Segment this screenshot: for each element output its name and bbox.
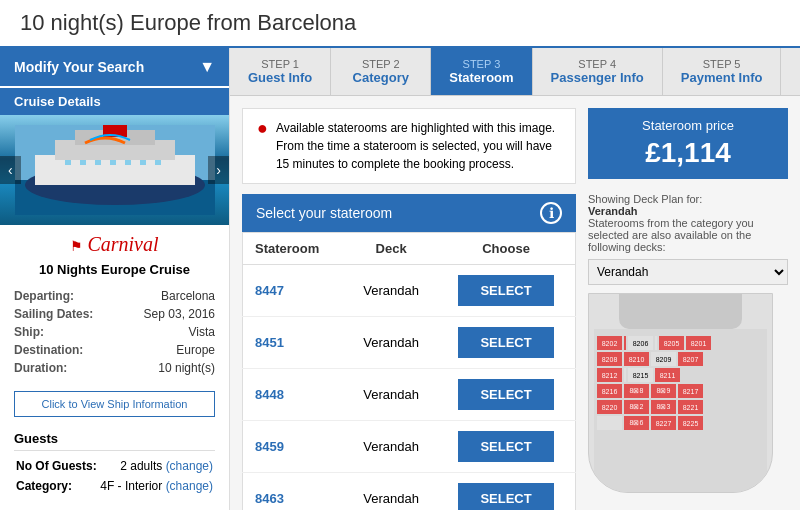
info-text: Available staterooms are highlighted wit…: [276, 119, 561, 173]
guests-title: Guests: [14, 431, 215, 451]
select-cell: SELECT: [437, 317, 575, 369]
select-stateroom-button[interactable]: SELECT: [458, 275, 553, 306]
select-stateroom-button[interactable]: SELECT: [458, 379, 553, 410]
svg-rect-10: [80, 160, 86, 165]
deck-name: Verandah: [345, 317, 437, 369]
info-box: ● Available staterooms are highlighted w…: [242, 108, 576, 184]
step-5[interactable]: STEP 5 Payment Info: [663, 48, 782, 95]
stateroom-number: 8451: [243, 317, 346, 369]
stateroom-number: 8447: [243, 265, 346, 317]
select-cell: SELECT: [437, 265, 575, 317]
next-image-button[interactable]: ›: [208, 156, 229, 184]
category-value: 4F - Interior (change): [99, 477, 213, 495]
svg-rect-12: [110, 160, 116, 165]
cruise-details-table: Departing: Barcelona Sailing Dates: Sep …: [0, 281, 229, 383]
info-circle-icon: ℹ: [540, 202, 562, 224]
deck-name: Verandah: [345, 369, 437, 421]
select-cell: SELECT: [437, 421, 575, 473]
svg-rect-15: [155, 160, 161, 165]
deck-plan-visual: BRIDGE 8202 8206 8205: [588, 293, 773, 493]
step-2[interactable]: STEP 2 Category: [331, 48, 431, 95]
steps-navigation: STEP 1 Guest Info STEP 2 Category STEP 3…: [230, 48, 800, 96]
step-1[interactable]: STEP 1 Guest Info: [230, 48, 331, 95]
guests-table: No Of Guests: 2 adults (change) Category…: [14, 455, 215, 497]
duration-label: Duration:: [14, 359, 125, 377]
select-stateroom-button[interactable]: SELECT: [458, 483, 553, 510]
carnival-logo: ⚑ Carnival: [0, 225, 229, 258]
num-guests-label: No Of Guests:: [16, 457, 97, 475]
category-label: Category:: [16, 477, 97, 495]
duration-value: 10 night(s): [125, 359, 215, 377]
ship-visual: [15, 125, 215, 215]
step-4[interactable]: STEP 4 Passenger Info: [533, 48, 663, 95]
col-deck: Deck: [345, 233, 437, 265]
select-stateroom-button[interactable]: SELECT: [458, 327, 553, 358]
stateroom-number: 8448: [243, 369, 346, 421]
ship-value: Vista: [125, 323, 215, 341]
deck-name: Verandah: [345, 265, 437, 317]
deck-name: Verandah: [345, 421, 437, 473]
table-row: 8447 Verandah SELECT: [243, 265, 576, 317]
svg-rect-9: [65, 160, 71, 165]
departing-value: Barcelona: [125, 287, 215, 305]
svg-rect-11: [95, 160, 101, 165]
table-row: 8463 Verandah SELECT: [243, 473, 576, 511]
stateroom-number: 8459: [243, 421, 346, 473]
table-row: 8448 Verandah SELECT: [243, 369, 576, 421]
sailing-dates-label: Sailing Dates:: [14, 305, 125, 323]
select-cell: SELECT: [437, 473, 575, 511]
ship-label: Ship:: [14, 323, 125, 341]
stateroom-number: 8463: [243, 473, 346, 511]
modify-search-button[interactable]: Modify Your Search ▼: [0, 48, 229, 86]
chevron-down-icon: ▼: [199, 58, 215, 76]
select-cell: SELECT: [437, 369, 575, 421]
deck-dropdown[interactable]: Verandah: [588, 259, 788, 285]
select-stateroom-button[interactable]: SELECT: [458, 431, 553, 462]
table-row: 8459 Verandah SELECT: [243, 421, 576, 473]
table-row: 8451 Verandah SELECT: [243, 317, 576, 369]
stateroom-table-header: Select your stateroom ℹ: [242, 194, 576, 232]
cruise-name: 10 Nights Europe Cruise: [0, 258, 229, 281]
deck-name: Verandah: [345, 473, 437, 511]
ship-image: ‹: [0, 115, 229, 225]
change-category-link[interactable]: (change): [166, 479, 213, 493]
carnival-brand: Carnival: [87, 233, 158, 255]
departing-label: Departing:: [14, 287, 125, 305]
destination-label: Destination:: [14, 341, 125, 359]
stateroom-table: Stateroom Deck Choose 8447 Verandah SELE…: [242, 232, 576, 510]
svg-rect-14: [140, 160, 146, 165]
price-box: Stateroom price £1,114: [588, 108, 788, 179]
destination-value: Europe: [125, 341, 215, 359]
prev-image-button[interactable]: ‹: [0, 156, 21, 184]
col-choose: Choose: [437, 233, 575, 265]
num-guests-value: 2 adults (change): [99, 457, 213, 475]
ship-info-button[interactable]: Click to View Ship Information: [14, 391, 215, 417]
svg-rect-13: [125, 160, 131, 165]
deck-plan-info: Showing Deck Plan for: Verandah Stateroo…: [588, 193, 788, 253]
sailing-dates-value: Sep 03, 2016: [125, 305, 215, 323]
col-stateroom: Stateroom: [243, 233, 346, 265]
cruise-details-header: Cruise Details: [0, 88, 229, 115]
page-title: 10 night(s) Europe from Barcelona: [20, 10, 780, 36]
info-dot-icon: ●: [257, 119, 268, 137]
change-guests-link[interactable]: (change): [166, 459, 213, 473]
step-3[interactable]: STEP 3 Stateroom: [431, 48, 532, 95]
